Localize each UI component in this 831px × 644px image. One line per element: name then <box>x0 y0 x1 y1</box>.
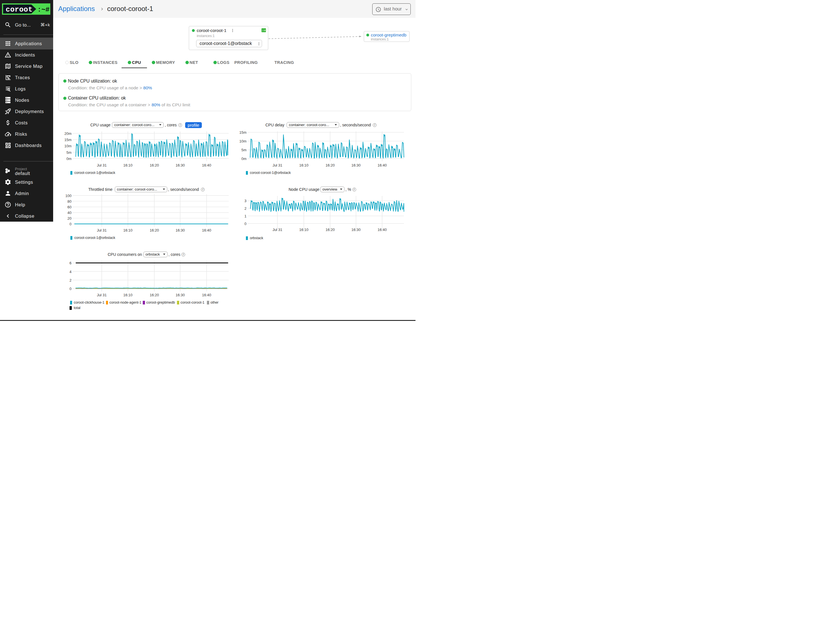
svg-text:2: 2 <box>245 206 247 210</box>
svg-text:0: 0 <box>245 222 247 226</box>
svg-text:2: 2 <box>70 278 72 282</box>
svg-text:16:30: 16:30 <box>175 293 185 297</box>
svg-text:80: 80 <box>68 199 72 204</box>
svg-text:16:40: 16:40 <box>377 228 387 232</box>
svg-text:5m: 5m <box>67 150 72 155</box>
svg-text:16:30: 16:30 <box>351 228 361 232</box>
svg-text:16:10: 16:10 <box>123 293 132 297</box>
svg-text:16:40: 16:40 <box>202 163 212 167</box>
svg-text:16:10: 16:10 <box>123 228 132 233</box>
svg-text:16:20: 16:20 <box>326 228 335 232</box>
svg-text:16:40: 16:40 <box>377 163 387 167</box>
svg-text:16:30: 16:30 <box>175 163 185 167</box>
svg-text:Jul 31: Jul 31 <box>272 228 282 232</box>
svg-text:16:20: 16:20 <box>150 163 159 167</box>
svg-text:3: 3 <box>245 199 247 203</box>
svg-text:20m: 20m <box>64 131 72 136</box>
svg-text:10m: 10m <box>239 139 247 143</box>
svg-text:16:20: 16:20 <box>150 228 159 233</box>
svg-text:16:30: 16:30 <box>175 228 185 233</box>
svg-text:5m: 5m <box>241 148 247 152</box>
svg-text:0: 0 <box>70 222 72 226</box>
svg-text:16:10: 16:10 <box>123 163 132 167</box>
svg-text:6: 6 <box>70 261 72 265</box>
svg-text:16:10: 16:10 <box>299 163 309 167</box>
svg-text:15m: 15m <box>64 138 72 142</box>
svg-text:16:40: 16:40 <box>202 228 212 233</box>
svg-text::~#: :~# <box>37 6 49 14</box>
svg-text:Jul 31: Jul 31 <box>272 163 282 167</box>
svg-text:16:20: 16:20 <box>326 163 335 167</box>
svg-text:4: 4 <box>70 270 72 274</box>
svg-text:16:20: 16:20 <box>150 293 159 297</box>
svg-text:20: 20 <box>68 216 72 220</box>
svg-text:Jul 31: Jul 31 <box>97 163 107 167</box>
svg-text:16:30: 16:30 <box>351 163 361 167</box>
svg-text:10m: 10m <box>64 144 72 148</box>
svg-text:40: 40 <box>68 210 72 215</box>
svg-text:1: 1 <box>245 214 247 218</box>
svg-text:0m: 0m <box>67 156 72 161</box>
svg-text:60: 60 <box>68 205 72 209</box>
svg-text:Jul 31: Jul 31 <box>97 228 107 233</box>
svg-text:0: 0 <box>70 287 72 291</box>
svg-text:16:40: 16:40 <box>202 293 212 297</box>
svg-text:100: 100 <box>65 194 72 198</box>
svg-text:16:10: 16:10 <box>299 228 309 232</box>
svg-text:15m: 15m <box>239 130 247 135</box>
svg-text:Jul 31: Jul 31 <box>97 293 107 297</box>
svg-text:coroot: coroot <box>6 5 32 14</box>
svg-text:0m: 0m <box>241 156 247 161</box>
